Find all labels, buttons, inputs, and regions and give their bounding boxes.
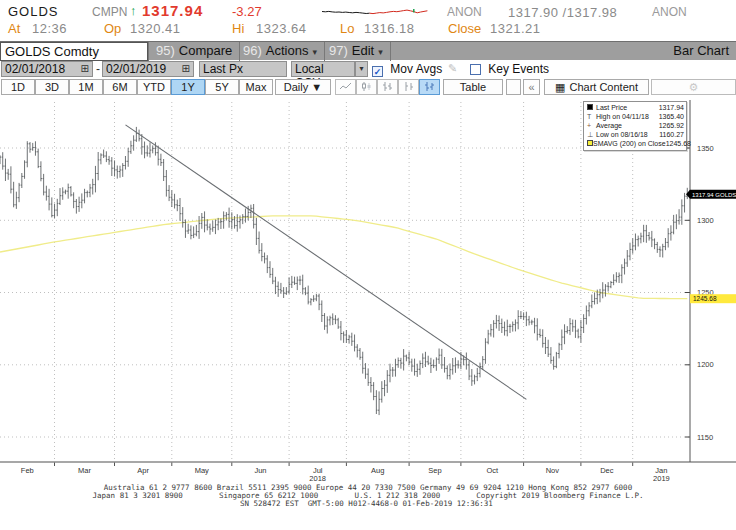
key-events-checkbox[interactable]: Key Events (470, 62, 549, 76)
table-button[interactable]: Table (443, 79, 503, 95)
legend-row[interactable]: +Average1265.92 (587, 121, 684, 130)
edit-shortcut: 97) (329, 43, 348, 58)
x-axis-month-label: Mar (78, 466, 91, 475)
x-axis-month-label: Dec (600, 466, 614, 475)
legend-row[interactable]: THigh on 04/11/181365.40 (587, 112, 684, 121)
legend-row[interactable]: Last Price1317.94 (587, 103, 684, 112)
close-value: 1321.21 (490, 21, 541, 36)
x-axis-month-label: Oct (486, 466, 499, 475)
hilo-close-icon[interactable] (398, 79, 419, 95)
x-axis-month-label: Feb (21, 466, 34, 475)
date-from-value: 02/01/2018 (5, 62, 65, 76)
anon-bid-label: ANON (447, 5, 482, 19)
tab-range-6m[interactable]: 6M (103, 79, 137, 95)
compare-label: Compare (179, 43, 232, 58)
chart-content-button[interactable]: ▦Chart Content (544, 79, 649, 95)
trend-line (126, 125, 527, 400)
low-label: Lo (340, 21, 354, 36)
ohlc-bars-icon[interactable] (377, 79, 398, 95)
checkbox-checked-icon[interactable]: ✓ (372, 66, 383, 77)
legend-row[interactable]: SMAVG (200) on Close1245.68 (587, 139, 684, 148)
actions-shortcut: 96) (243, 43, 262, 58)
x-axis-month-label: Nov (546, 466, 560, 475)
security-input[interactable] (0, 42, 148, 61)
key-events-label: Key Events (488, 62, 549, 76)
x-axis-month-label: Apr (137, 466, 149, 475)
high-value: 1323.64 (256, 21, 307, 36)
tab-range-ytd[interactable]: YTD (137, 79, 171, 95)
tab-range-1m[interactable]: 1M (69, 79, 103, 95)
mov-avgs-label: Mov Avgs (390, 62, 442, 76)
x-axis-month-label: Aug (371, 466, 384, 475)
calendar-icon[interactable]: ⊞ (81, 62, 89, 76)
tab-range-5y[interactable]: 5Y (205, 79, 239, 95)
footer-session-line: SN 528472 EST GMT-5:00 H012-4468-0 01-Fe… (0, 500, 736, 508)
svg-text:1150: 1150 (697, 433, 713, 442)
tab-range-max[interactable]: Max (239, 79, 273, 95)
price-chart-area[interactable]: 11501200125013001350FebMarAprMayJunJul20… (0, 96, 736, 482)
spacer-button[interactable] (506, 79, 521, 95)
edit-label: Edit (352, 43, 374, 58)
pricing-source: CMPN (92, 5, 127, 19)
mov-avgs-checkbox[interactable]: ✓ Mov Avgs (372, 62, 442, 76)
up-arrow-icon: ↑ (130, 3, 137, 18)
chevron-down-icon: ▾ (312, 47, 317, 57)
legend-swatch (587, 104, 596, 111)
open-value: 1320.41 (130, 21, 181, 36)
price-chart-svg[interactable]: 11501200125013001350FebMarAprMayJunJul20… (0, 96, 736, 482)
anon-ask-label: ANON (652, 5, 687, 19)
ticker-symbol: GOLDS (8, 4, 59, 19)
compare-shortcut: 95) (156, 43, 175, 58)
bar-chart-icon[interactable] (419, 79, 440, 95)
pencil-icon[interactable]: ✎ (448, 62, 457, 75)
period-dropdown[interactable]: Daily ▼ (275, 79, 331, 95)
x-axis-year-label: 2019 (653, 474, 670, 482)
currency-button[interactable]: Local CCY (291, 61, 355, 77)
legend-row[interactable]: ⊥Low on 08/16/181160.27 (587, 130, 684, 139)
close-label: Close (448, 21, 481, 36)
quote-bar: GOLDS CMPN ↑ 1317.94 -3.27 ANON 1317.90 … (0, 0, 736, 40)
tab-range-3d[interactable]: 3D (35, 79, 69, 95)
function-title-bar: 95)Compare 96)Actions▾ 97)Edit▾ Bar Char… (0, 41, 736, 60)
bloomberg-terminal-window: GOLDS CMPN ↑ 1317.94 -3.27 ANON 1317.90 … (0, 0, 736, 530)
candlestick-icon[interactable] (356, 79, 377, 95)
chart-legend[interactable]: Last Price1317.94THigh on 04/11/181365.4… (583, 101, 687, 151)
svg-text:1317.94 GOLDS: 1317.94 GOLDS (692, 192, 736, 198)
actions-button[interactable]: 96)Actions▾ (236, 42, 325, 61)
checkbox-unchecked-icon[interactable] (470, 64, 481, 75)
x-axis-month-label: Jun (254, 466, 266, 475)
calendar-icon[interactable]: ⊞ (182, 62, 190, 76)
price-field-button[interactable]: Last Px (199, 61, 287, 77)
range-tabs-row: 1D3D1M6MYTD1Y5YMaxDaily ▼Table«▦Chart Co… (0, 79, 736, 96)
x-axis-month-label: May (195, 466, 209, 475)
terminal-footer: Australia 61 2 9777 8600 Brazil 5511 239… (0, 484, 736, 508)
gear-icon[interactable]: ⚙ (651, 79, 736, 95)
date-from-field[interactable]: 02/01/2018⊞ (1, 61, 93, 77)
bid-ask: 1317.90 /1317.98 (508, 5, 617, 20)
compare-button[interactable]: 95)Compare (148, 42, 240, 61)
edit-button[interactable]: 97)Edit▾ (322, 42, 391, 61)
at-time: 12:36 (32, 21, 67, 36)
legend-symbol: ⊥ (587, 131, 596, 139)
x-axis-month-label: Sep (428, 466, 441, 475)
svg-text:1200: 1200 (697, 360, 714, 369)
tab-range-1y[interactable]: 1Y (171, 79, 205, 95)
actions-label: Actions (266, 43, 309, 58)
sma-200-line (0, 216, 687, 299)
ohlc-bars (0, 127, 688, 415)
svg-text:1300: 1300 (697, 216, 714, 225)
svg-text:1350: 1350 (697, 144, 714, 153)
collapse-panel-button[interactable]: « (523, 79, 540, 95)
chart-type-title: Bar Chart (673, 42, 729, 60)
legend-symbol: T (587, 113, 596, 120)
tab-range-1d[interactable]: 1D (1, 79, 35, 95)
last-price: 1317.94 (142, 2, 203, 19)
low-value: 1316.18 (364, 21, 415, 36)
date-to-field[interactable]: 02/01/2019⊞ (102, 61, 194, 77)
currency-dropdown-caret[interactable]: ▾ (355, 61, 368, 77)
at-label: At (8, 21, 20, 36)
line-chart-icon[interactable] (335, 79, 356, 95)
intraday-sparkline (318, 3, 430, 18)
high-label: Hi (232, 21, 244, 36)
date-range-separator: - (96, 62, 100, 76)
